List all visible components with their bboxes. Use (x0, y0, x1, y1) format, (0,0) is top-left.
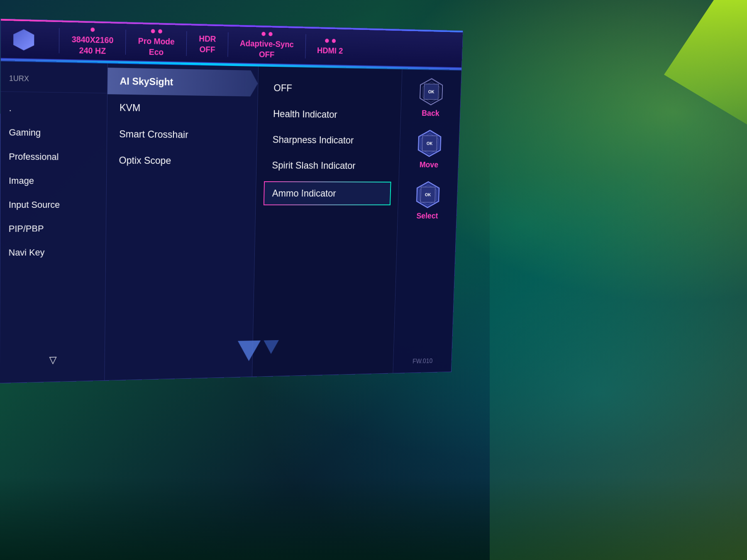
bottom-scene (0, 477, 747, 560)
sync-value: OFF (239, 49, 293, 60)
sidebar-item-gaming[interactable]: Gaming (0, 120, 107, 146)
options-column: OFF Health Indicator Sharpness Indicator… (252, 66, 402, 377)
divider-1 (59, 28, 59, 54)
menu-item-smart-crosshair[interactable]: Smart Crosshair (107, 121, 257, 149)
decorative-triangles (237, 340, 279, 361)
select-label: Select (416, 212, 438, 221)
input-value: HDMI 2 (317, 45, 343, 56)
controls-panel: OK Back OK Move (393, 69, 461, 373)
input-display: HDMI 2 (317, 38, 343, 56)
sync-display: Adaptive-Sync OFF (239, 30, 294, 60)
sidebar-item-image[interactable]: Image (0, 169, 106, 193)
mode-value: Eco (138, 46, 174, 58)
move-ok-text: OK (422, 136, 437, 151)
resolution-display: 3840X2160 240 HZ (72, 26, 114, 56)
sidebar-item-input-source[interactable]: Input Source (0, 193, 106, 217)
back-label: Back (422, 109, 439, 118)
option-health-indicator[interactable]: Health Indicator (257, 101, 401, 128)
option-off[interactable]: OFF (258, 75, 401, 103)
brand-logo (13, 29, 34, 51)
select-hex-button[interactable]: OK (415, 181, 441, 208)
middle-menu: AI SkySight KVM Smart Crosshair Optix Sc… (105, 63, 259, 380)
divider-3 (186, 31, 187, 56)
dot-accent-7 (332, 39, 335, 43)
menu-item-optix-scope[interactable]: Optix Scope (107, 147, 256, 174)
hdr-display: HDR OFF (199, 33, 216, 55)
select-ok-text: OK (420, 187, 435, 202)
back-hex-button[interactable]: OK (418, 78, 444, 106)
move-hex-button[interactable]: OK (416, 129, 443, 157)
triangle-blue-1 (237, 341, 261, 361)
sidebar-item-pip-pbp[interactable]: PIP/PBP (0, 217, 106, 241)
option-ammo-indicator[interactable]: Ammo Indicator (264, 181, 391, 205)
triangle-blue-2 (264, 340, 279, 354)
back-ok-text: OK (424, 84, 439, 100)
back-control[interactable]: OK Back (417, 78, 444, 118)
dot-accent (90, 27, 95, 32)
mode-display: Pro Mode Eco (138, 28, 175, 58)
hdr-value: OFF (199, 44, 216, 55)
option-spirit-slash-indicator[interactable]: Spirit Slash Indicator (256, 152, 400, 178)
scroll-down-indicator: ▽ (0, 345, 105, 375)
select-control[interactable]: OK Select (414, 181, 441, 220)
firmware-version: FW.010 (413, 358, 433, 365)
dot-accent-4 (262, 32, 266, 36)
sidebar-item-dot[interactable]: . (0, 96, 107, 122)
sync-label: Adaptive-Sync (240, 38, 294, 50)
osd-menu: 3840X2160 240 HZ Pro Mode Eco HDR OFF Ad… (0, 19, 463, 384)
dot-accent-3 (158, 29, 162, 33)
main-content: 1URX . Gaming Professional Image Input S… (0, 61, 461, 383)
dot-accent-5 (269, 32, 273, 36)
move-label: Move (420, 160, 439, 169)
dot-accent-6 (325, 39, 329, 43)
menu-item-kvm[interactable]: KVM (107, 94, 257, 122)
hdr-label: HDR (199, 33, 216, 44)
sidebar-item-professional[interactable]: Professional (0, 145, 107, 170)
divider-5 (305, 34, 306, 58)
dot-accent-2 (151, 29, 155, 33)
sidebar-item-navi-key[interactable]: Navi Key (0, 240, 106, 265)
sidebar: 1URX . Gaming Professional Image Input S… (0, 61, 108, 383)
refresh-rate-value: 240 HZ (72, 45, 114, 56)
model-name: 1URX (1, 70, 107, 93)
divider-4 (227, 32, 228, 57)
divider-2 (125, 30, 126, 55)
menu-item-ai-skysight[interactable]: AI SkySight (107, 68, 258, 97)
mode-label: Pro Mode (138, 35, 175, 47)
resolution-value: 3840X2160 (72, 34, 114, 46)
move-control[interactable]: OK Move (416, 129, 443, 169)
option-sharpness-indicator[interactable]: Sharpness Indicator (257, 127, 400, 153)
logo-area (13, 29, 34, 51)
